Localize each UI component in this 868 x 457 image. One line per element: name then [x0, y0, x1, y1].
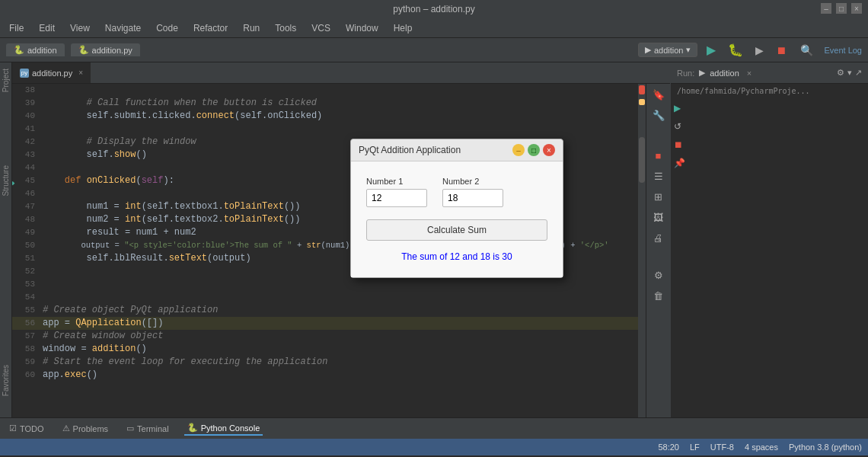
error-marker — [639, 85, 645, 94]
menu-bar: File Edit View Navigate Code Refactor Ru… — [0, 18, 868, 38]
image-icon[interactable]: 🖼 — [651, 209, 665, 225]
scrollbar-thumb[interactable] — [639, 137, 645, 183]
menu-refactor[interactable]: Refactor — [190, 21, 231, 35]
code-editor[interactable]: 38 39 # Call function when the button is… — [12, 84, 670, 417]
run-config-icon: ▶ — [645, 45, 651, 55]
terminal-icon: ▭ — [126, 423, 134, 433]
main-layout: Project Structure Favorites py addition.… — [0, 62, 868, 417]
code-line-38: 38 — [12, 84, 638, 97]
file-tab[interactable]: 🐍 addition.py — [71, 43, 140, 56]
stop-button[interactable]: ⏹ — [773, 43, 790, 58]
calculate-button[interactable]: Calculate Sum — [366, 219, 547, 241]
run-settings-icon[interactable]: ⚙ — [837, 68, 844, 78]
menu-code[interactable]: Code — [153, 21, 181, 35]
run-path-text: /home/fahmida/PycharmProje... — [677, 87, 810, 95]
red-square-icon[interactable]: ■ — [653, 148, 664, 164]
run-name: addition — [710, 69, 739, 78]
number1-input[interactable] — [366, 189, 427, 207]
console-icon: 🐍 — [187, 423, 198, 433]
console-label: Python Console — [201, 423, 260, 433]
dialog-controls: – □ × — [512, 144, 555, 156]
wrench-icon[interactable]: 🔧 — [650, 107, 667, 123]
todo-icon: ☑ — [9, 423, 17, 433]
line-separator: LF — [690, 443, 700, 452]
maximize-button[interactable]: □ — [836, 3, 847, 14]
code-line-54: 54 — [12, 291, 638, 304]
event-log-label[interactable]: Event Log — [824, 46, 862, 55]
todo-label: TODO — [20, 424, 44, 433]
menu-file[interactable]: File — [6, 21, 27, 35]
interpreter: Python 3.8 (python) — [789, 443, 862, 452]
number2-label: Number 2 — [442, 177, 503, 186]
search-button[interactable]: 🔍 — [796, 43, 818, 58]
table-icon[interactable]: ⊞ — [652, 189, 665, 205]
code-line-58: 58 window = addition() — [12, 343, 638, 356]
run-external-icon[interactable]: ↗ — [855, 68, 862, 78]
sidebar-item-structure[interactable]: Structure — [0, 159, 11, 203]
terminal-label: Terminal — [137, 424, 169, 433]
run-stop-icon[interactable]: ⏹ — [672, 138, 687, 152]
editor-area: py addition.py × 38 39 — [12, 62, 670, 417]
dialog-close-button[interactable]: × — [543, 144, 555, 156]
gear-icon[interactable]: ⚙ — [652, 267, 665, 283]
bookmark-icon[interactable]: 🔖 — [650, 87, 667, 103]
number1-label: Number 1 — [366, 177, 427, 186]
code-line-57: 57 # Create window object — [12, 330, 638, 343]
run-icon: ▶ — [699, 68, 705, 78]
menu-window[interactable]: Window — [343, 21, 381, 35]
run-config-dropdown[interactable]: ▶ addition ▾ — [638, 43, 698, 57]
project-tab[interactable]: 🐍 addition — [6, 43, 65, 56]
code-line-40: 40 self.submit.clicked.connect(self.onCl… — [12, 110, 638, 123]
coverage-button[interactable]: ▶ — [752, 43, 767, 58]
menu-run[interactable]: Run — [240, 21, 263, 35]
tab-close-icon[interactable]: × — [78, 69, 83, 77]
dialog-titlebar: PyQt Addition Application – □ × — [351, 139, 563, 161]
dropdown-arrow-icon: ▾ — [686, 45, 691, 55]
close-button[interactable]: × — [851, 3, 862, 14]
python-icon: 🐍 — [14, 45, 24, 55]
code-line-60: 60 app.exec() — [12, 369, 638, 382]
code-line-53: 53 — [12, 278, 638, 291]
result-text: The sum of 12 and 18 is 30 — [366, 251, 547, 262]
sidebar-item-favorites[interactable]: Favorites — [0, 359, 11, 402]
run-play-icon[interactable]: ▶ — [672, 101, 687, 115]
menu-vcs[interactable]: VCS — [308, 21, 333, 35]
file-label: addition.py — [92, 46, 132, 55]
code-line-39: 39 # Call function when the button is cl… — [12, 97, 638, 110]
run-reload-icon[interactable]: ↺ — [672, 120, 687, 133]
indent: 4 spaces — [745, 443, 778, 452]
columns-icon[interactable]: ☰ — [652, 168, 665, 184]
dialog-maximize-button[interactable]: □ — [528, 144, 540, 156]
number2-input[interactable] — [442, 189, 503, 207]
menu-tools[interactable]: Tools — [272, 21, 299, 35]
tab-python-console[interactable]: 🐍 Python Console — [184, 421, 263, 436]
print-icon[interactable]: 🖨 — [651, 230, 665, 246]
file-icon: 🐍 — [78, 45, 89, 55]
status-bar: 58:20 LF UTF-8 4 spaces Python 3.8 (pyth… — [0, 439, 868, 455]
file-tab-addition[interactable]: py addition.py × — [12, 62, 91, 83]
run-pin-icon[interactable]: 📌 — [672, 156, 687, 170]
minimize-button[interactable]: – — [821, 3, 831, 14]
menu-navigate[interactable]: Navigate — [102, 21, 144, 35]
warning-marker — [639, 99, 645, 105]
menu-view[interactable]: View — [67, 21, 93, 35]
run-chevron-icon[interactable]: ▾ — [847, 68, 852, 78]
run-button[interactable]: ▶ — [704, 41, 719, 59]
menu-edit[interactable]: Edit — [36, 21, 58, 35]
toolbar: 🐍 addition 🐍 addition.py ▶ addition ▾ ▶ … — [0, 38, 868, 62]
project-label: addition — [27, 46, 57, 55]
tab-problems[interactable]: ⚠ Problems — [59, 422, 111, 435]
run-path: /home/fahmida/PycharmProje... — [671, 84, 868, 98]
menu-help[interactable]: Help — [391, 21, 416, 35]
window-title: python – addition.py — [393, 4, 474, 14]
dialog-minimize-button[interactable]: – — [512, 144, 525, 156]
debug-button[interactable]: 🐛 — [725, 41, 746, 59]
trash-icon[interactable]: 🗑 — [651, 288, 665, 304]
code-line-56: 56 app = QApplication([]) — [12, 317, 638, 330]
run-icons-vertical: ▶ ↺ ⏹ 📌 — [671, 98, 688, 173]
tab-terminal[interactable]: ▭ Terminal — [123, 422, 172, 435]
sidebar-item-project[interactable]: Project — [0, 62, 11, 98]
run-close-icon[interactable]: × — [747, 69, 752, 78]
tab-todo[interactable]: ☑ TODO — [6, 422, 47, 435]
window-controls[interactable]: – □ × — [821, 3, 862, 14]
